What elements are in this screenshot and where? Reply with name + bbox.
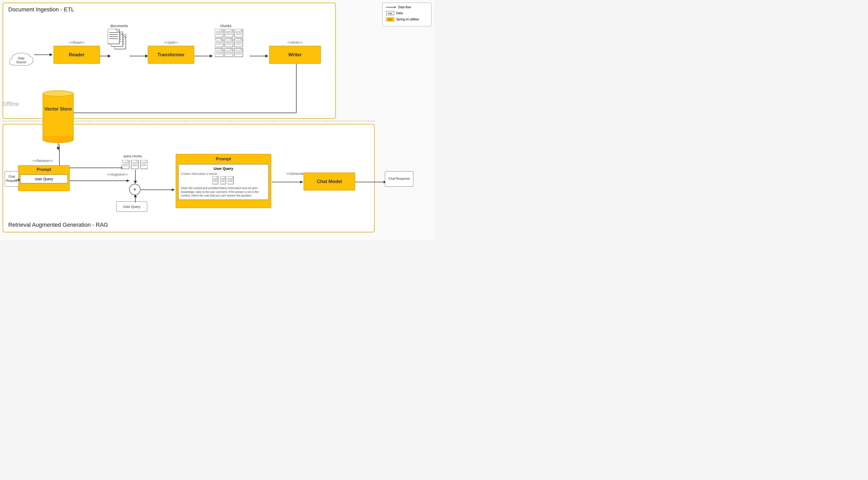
- prompt-large-to-chatmodel: [272, 181, 303, 186]
- legend-springai-label: Spring AI utilities: [396, 18, 419, 21]
- documents-stack: [108, 29, 131, 68]
- legend-dataflow: Data flow: [386, 5, 428, 9]
- transformer-box: Transformer: [148, 46, 194, 64]
- chunks-label: chunks: [220, 24, 231, 28]
- data-source-label: Data Source: [16, 57, 26, 64]
- main-container: Document Ingestion - ETL Data Source Rea…: [0, 0, 434, 240]
- svg-marker-1: [50, 53, 53, 56]
- vector-store-label: Vector Store: [43, 93, 73, 114]
- prompt-doc-icon-3: [228, 177, 235, 185]
- query-chunks-icons: [122, 160, 148, 170]
- prompt-large-title: Prompt: [176, 154, 271, 164]
- arrow-transformer-chunks: [194, 54, 215, 59]
- chatmodel-to-response: [355, 181, 386, 186]
- legend-data-box: xxx: [386, 11, 394, 15]
- chat-response-box: Chat Response: [385, 171, 413, 187]
- user-query-bottom-box: User Query: [116, 201, 147, 212]
- arrow-docs-transformer: [130, 54, 150, 59]
- augment-stereotype: <<Augment>>: [102, 172, 133, 177]
- vector-store-cylinder: Vector Store: [43, 90, 74, 143]
- prompt-small-title: Prompt: [19, 166, 69, 173]
- writer-box: Writer: [269, 46, 321, 64]
- chunks-grid: [215, 29, 249, 58]
- legend-data: xxx Data: [386, 11, 428, 15]
- svg-marker-85: [18, 179, 20, 181]
- legend-data-label: Data: [396, 11, 403, 15]
- arrow-reader-docs: [100, 54, 113, 59]
- chat-model-box: Chat Model: [304, 172, 355, 191]
- legend-dataflow-label: Data flow: [398, 5, 411, 9]
- prompt-doc-icon-2: [220, 177, 227, 185]
- chatreq-arrow: [15, 179, 20, 182]
- data-source-cloud: Data Source: [8, 51, 34, 69]
- legend-arrow: [386, 6, 396, 8]
- query-chunks-label: query chunks: [123, 154, 142, 158]
- documents-label: documents: [110, 24, 128, 28]
- cylinder-body: Vector Store: [43, 93, 74, 137]
- writer-stereotype: <<Write>>: [274, 40, 316, 44]
- offline-label: Offline: [3, 101, 19, 107]
- legend-springai-box: xxx: [386, 17, 394, 22]
- legend-arrowhead: [395, 6, 396, 8]
- rag-title: Retrieval Augmented Generation - RAG: [8, 222, 108, 228]
- svg-marker-25: [210, 55, 213, 58]
- prompt-to-augment: [70, 180, 137, 185]
- plus-to-prompt-large: [141, 189, 175, 194]
- arrow-datasource-reader: [34, 51, 55, 59]
- prompt-doc-icon-1: [212, 177, 219, 185]
- svg-marker-72: [265, 55, 269, 58]
- legend: Data flow xxx Data xxx Spring AI utiliti…: [382, 3, 431, 26]
- reader-stereotype: <<Read>>: [59, 40, 95, 44]
- reader-box: Reader: [54, 46, 100, 64]
- prompt-context-label: Context information is below:: [181, 172, 266, 175]
- legend-springai: xxx Spring AI utilities: [386, 17, 428, 22]
- svg-marker-21: [108, 55, 111, 58]
- svg-marker-108: [127, 180, 130, 182]
- plus-circle: +: [129, 184, 141, 195]
- cylinder-bottom: [43, 137, 74, 143]
- prompt-body-text: Given the context and provided history i…: [181, 186, 266, 197]
- arrow-chunks-writer: [250, 54, 271, 59]
- userquery-to-plus: [134, 195, 139, 203]
- prompt-large-box: Prompt User Query Context information is…: [176, 154, 271, 208]
- retrieve-stereo-prompt: <<Retrieve>>: [26, 159, 59, 163]
- etl-title: Document Ingestion - ETL: [8, 6, 74, 13]
- user-query-small-box: User Query: [20, 174, 68, 183]
- transformer-stereotype: <<Split>>: [152, 40, 190, 44]
- prompt-small-rag: Prompt User Query: [18, 165, 70, 191]
- legend-line: [386, 7, 394, 7]
- prompt-inner-content: User Query Context information is below:: [178, 164, 269, 200]
- prompt-user-query: User Query: [181, 166, 266, 171]
- writer-to-vectorstore-arrow: [295, 64, 298, 116]
